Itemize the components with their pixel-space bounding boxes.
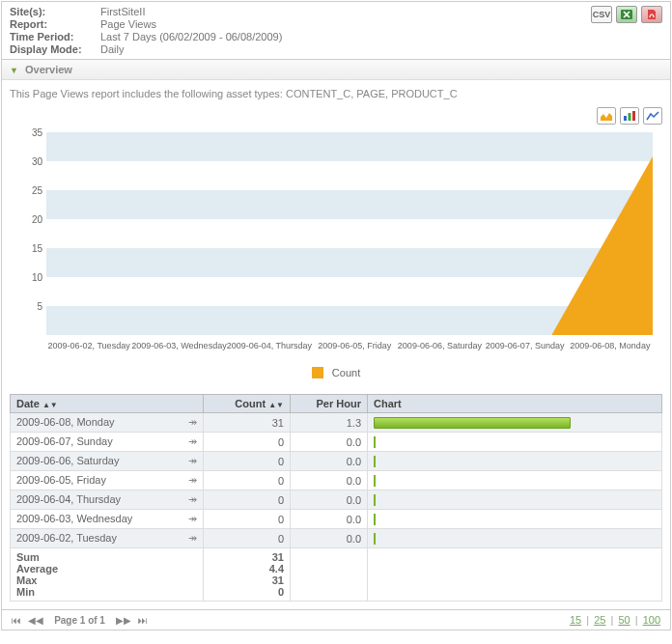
svg-rect-2 — [629, 113, 631, 121]
sort-indicator-icon: ▲▼ — [42, 401, 58, 409]
table-row: 2009-06-02, Tuesday↠00.0 — [11, 529, 662, 548]
drill-down-icon[interactable]: ↠ — [188, 513, 197, 525]
cell-date: 2009-06-04, Thursday↠ — [11, 490, 204, 510]
cell-count: 0 — [204, 490, 291, 510]
report-meta: Site(s): FirstSiteII Report: Page Views … — [10, 6, 282, 55]
table-row: 2009-06-07, Sunday↠00.0 — [11, 433, 662, 452]
drill-down-icon[interactable]: ↠ — [188, 455, 197, 467]
cell-chart — [368, 510, 662, 529]
row-bar — [374, 533, 376, 545]
cell-per-hour: 0.0 — [291, 471, 368, 490]
page-size-link[interactable]: 50 — [618, 614, 630, 626]
export-pdf-button[interactable] — [641, 6, 662, 23]
drill-down-icon[interactable]: ↠ — [188, 435, 197, 448]
y-axis-tick: 25 — [32, 185, 42, 196]
col-header-chart[interactable]: Chart — [368, 395, 662, 413]
cell-chart — [368, 490, 662, 510]
pdf-icon — [645, 9, 658, 20]
meta-mode-value: Daily — [100, 43, 282, 55]
chart-type-bar-button[interactable] — [620, 107, 639, 125]
pager: ⏮ ◀◀ Page 1 of 1 ▶▶ ⏭ 15 | 25 | 50 | 100 — [2, 609, 670, 630]
cell-per-hour: 0.0 — [291, 452, 368, 471]
bar-chart-icon — [623, 110, 636, 122]
area-chart-icon — [600, 110, 613, 122]
report-page: Site(s): FirstSiteII Report: Page Views … — [1, 1, 671, 630]
meta-sites-label: Site(s): — [10, 6, 97, 17]
summary-values: 31 4.4 31 0 — [204, 548, 291, 602]
row-bar — [374, 456, 376, 467]
page-size-link[interactable]: 100 — [643, 614, 660, 626]
x-axis-tick: 2009-06-02, Tuesday — [46, 335, 131, 350]
cell-count: 0 — [204, 433, 291, 452]
col-header-count[interactable]: Count ▲▼ — [204, 395, 291, 413]
cell-count: 0 — [204, 452, 291, 471]
caret-down-icon: ▼ — [10, 66, 18, 75]
chart-type-area-button[interactable] — [597, 107, 616, 125]
page-size-links: 15 | 25 | 50 | 100 — [568, 614, 662, 626]
cell-date: 2009-06-07, Sunday↠ — [11, 433, 204, 452]
y-axis-tick: 30 — [32, 156, 42, 167]
cell-count: 31 — [204, 413, 291, 433]
area-series — [46, 133, 653, 335]
sort-indicator-icon: ▲▼ — [268, 401, 284, 409]
table-row: 2009-06-04, Thursday↠00.0 — [11, 490, 662, 510]
svg-rect-1 — [624, 116, 627, 121]
line-chart-icon — [646, 110, 659, 122]
x-axis-tick: 2009-06-05, Friday — [312, 335, 397, 350]
data-table: Date ▲▼ Count ▲▼ Per Hour Chart 2009-06-… — [10, 394, 662, 602]
chart-type-line-button[interactable] — [643, 107, 662, 125]
meta-sites-value: FirstSiteII — [100, 6, 282, 17]
cell-date: 2009-06-02, Tuesday↠ — [11, 529, 204, 548]
export-xls-button[interactable] — [616, 6, 637, 23]
drill-down-icon[interactable]: ↠ — [188, 493, 197, 506]
pager-next-button[interactable]: ▶▶ — [116, 615, 131, 626]
row-bar — [374, 436, 376, 448]
legend: Count — [10, 366, 662, 378]
cell-chart — [368, 413, 662, 433]
cell-per-hour: 0.0 — [291, 529, 368, 548]
meta-period-value: Last 7 Days (06/02/2009 - 06/08/2009) — [100, 31, 282, 42]
row-bar — [374, 494, 376, 506]
intro-text: This Page Views report includes the foll… — [10, 88, 662, 99]
cell-per-hour: 0.0 — [291, 433, 368, 452]
col-header-date[interactable]: Date ▲▼ — [11, 395, 204, 413]
cell-count: 0 — [204, 510, 291, 529]
cell-date: 2009-06-03, Wednesday↠ — [11, 510, 204, 529]
y-axis-tick: 10 — [32, 272, 42, 283]
meta-period-label: Time Period: — [10, 31, 97, 42]
page-size-link[interactable]: 15 — [570, 614, 581, 626]
svg-rect-3 — [632, 111, 635, 121]
pager-prev-button[interactable]: ◀◀ — [28, 615, 43, 626]
table-row: 2009-06-05, Friday↠00.0 — [11, 471, 662, 490]
pager-last-button[interactable]: ⏭ — [138, 615, 148, 626]
drill-down-icon[interactable]: ↠ — [188, 532, 197, 545]
x-axis-tick: 2009-06-04, Thursday — [227, 335, 312, 350]
cell-date: 2009-06-05, Friday↠ — [11, 471, 204, 490]
drill-down-icon[interactable]: ↠ — [188, 474, 197, 487]
pager-first-button[interactable]: ⏮ — [12, 615, 21, 626]
x-axis-tick: 2009-06-07, Sunday — [483, 335, 568, 350]
pager-label: Page 1 of 1 — [54, 615, 105, 626]
cell-date: 2009-06-06, Saturday↠ — [11, 452, 204, 471]
cell-chart — [368, 471, 662, 490]
table-row: 2009-06-08, Monday↠311.3 — [11, 413, 662, 433]
meta-report-label: Report: — [10, 18, 97, 30]
table-row: 2009-06-06, Saturday↠00.0 — [11, 452, 662, 471]
y-axis-tick: 35 — [32, 127, 42, 138]
content: This Page Views report includes the foll… — [2, 80, 670, 609]
export-buttons: CSV — [591, 6, 662, 55]
cell-per-hour: 0.0 — [291, 510, 368, 529]
drill-down-icon[interactable]: ↠ — [188, 416, 197, 429]
x-axis-tick: 2009-06-08, Monday — [568, 335, 653, 350]
col-header-per-hour[interactable]: Per Hour — [291, 395, 368, 413]
chart: 5101520253035 2009-06-02, Tuesday2009-06… — [10, 132, 662, 378]
x-axis-tick: 2009-06-06, Saturday — [397, 335, 482, 350]
header: Site(s): FirstSiteII Report: Page Views … — [2, 2, 670, 60]
legend-label: Count — [332, 367, 360, 378]
page-size-link[interactable]: 25 — [594, 614, 605, 626]
cell-per-hour: 0.0 — [291, 490, 368, 510]
export-csv-button[interactable]: CSV — [591, 6, 612, 23]
summary-labels: Sum Average Max Min — [11, 548, 204, 602]
cell-chart — [368, 433, 662, 452]
cell-date: 2009-06-08, Monday↠ — [11, 413, 204, 433]
